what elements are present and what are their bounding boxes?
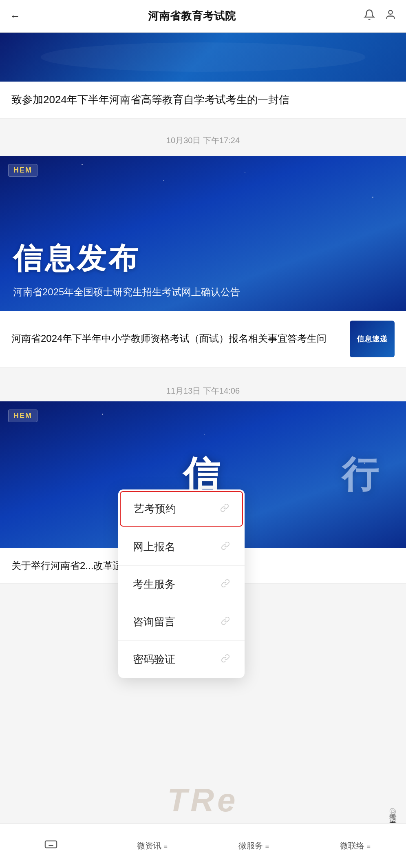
user-icon[interactable] <box>385 9 396 23</box>
link-icon-2 <box>221 541 230 553</box>
header-title: 河南省教育考试院 <box>148 9 236 23</box>
info-banner-card: HEM 信息发布 河南省2025年全国硕士研究生招生考试网上确认公告 河南省20… <box>0 156 406 368</box>
bell-icon[interactable] <box>364 9 375 23</box>
dropdown-item-student-service[interactable]: 考生服务 <box>118 566 245 603</box>
nav-weilianl[interactable]: 微联络 ≡ <box>304 840 406 851</box>
bottom-nav: 微资讯 ≡ 微服务 ≡ 微联络 ≡ <box>0 823 406 868</box>
nav-weifu-label: 微服务 ≡ <box>238 840 269 851</box>
article-card-1[interactable]: 致参加2024年下半年河南省高等教育自学考试考生的一封信 <box>0 82 406 119</box>
link-icon-1 <box>220 503 229 515</box>
dropdown-menu: 艺考预约 网上报名 考生服务 咨询留言 <box>118 489 245 678</box>
svg-rect-1 <box>45 841 56 848</box>
divider-1 <box>0 119 406 125</box>
dropdown-item-label: 密码验证 <box>133 652 175 666</box>
svg-point-0 <box>388 11 392 14</box>
thumb-label: 信息速递 <box>357 334 388 344</box>
nav-weilianl-label: 微联络 ≡ <box>340 840 371 851</box>
article-text-2: 河南省2024年下半年中小学教师资格考试（面试）报名相关事宜答考生问 <box>11 331 342 346</box>
link-icon-5 <box>221 654 230 665</box>
dropdown-item-label: 咨询留言 <box>133 615 175 629</box>
keyboard-icon <box>44 837 58 854</box>
dropdown-item-inquiry[interactable]: 咨询留言 <box>118 603 245 641</box>
second-banner-tag: HEM <box>8 410 38 422</box>
link-icon-4 <box>221 616 230 628</box>
tre-watermark: TRe <box>167 782 238 819</box>
article-title-1: 致参加2024年下半年河南省高等教育自学考试考生的一封信 <box>11 91 395 108</box>
banner-tag-1: HEM <box>8 164 38 177</box>
header: ← 河南省教育考试院 <box>0 0 406 33</box>
dropdown-item-password[interactable]: 密码验证 <box>118 641 245 678</box>
nav-weixin[interactable]: 微资讯 ≡ <box>102 840 203 851</box>
article-thumb: 信息速递 <box>350 321 395 357</box>
dropdown-item-online-reg[interactable]: 网上报名 <box>118 528 245 566</box>
big-banner-1[interactable]: HEM 信息发布 河南省2025年全国硕士研究生招生考试网上确认公告 <box>0 156 406 311</box>
top-banner-image <box>0 33 406 82</box>
back-button[interactable]: ← <box>10 10 20 22</box>
link-icon-3 <box>221 579 230 590</box>
banner-main-title-1: 信息发布 <box>13 239 393 278</box>
watermark: 搜狐号@家育考生升学学册 <box>388 808 398 815</box>
divider-2 <box>0 371 406 377</box>
dropdown-item-label: 艺考预约 <box>134 502 176 516</box>
nav-weifu[interactable]: 微服务 ≡ <box>203 840 304 851</box>
dropdown-item-label: 考生服务 <box>133 577 175 591</box>
timestamp-2: 11月13日 下午14:06 <box>0 377 406 401</box>
header-icons <box>364 9 396 23</box>
nav-keyboard[interactable] <box>0 837 102 854</box>
dropdown-item-art-exam[interactable]: 艺考预约 <box>120 491 243 527</box>
dropdown-item-label: 网上报名 <box>133 540 175 554</box>
banner-sub-title-1: 河南省2025年全国硕士研究生招生考试网上确认公告 <box>13 285 393 299</box>
timestamp-1: 10月30日 下午17:24 <box>0 125 406 156</box>
article-with-thumb[interactable]: 河南省2024年下半年中小学教师资格考试（面试）报名相关事宜答考生问 信息速递 <box>0 311 406 368</box>
nav-weixin-label: 微资讯 ≡ <box>137 840 168 851</box>
